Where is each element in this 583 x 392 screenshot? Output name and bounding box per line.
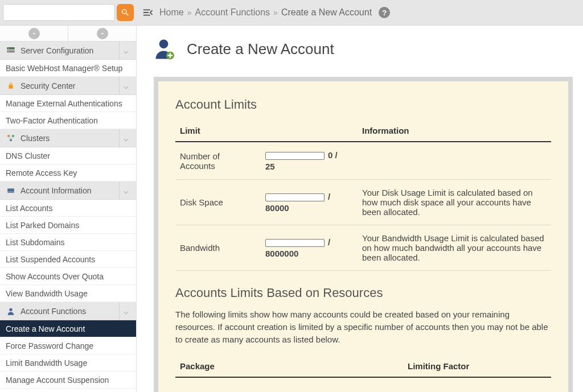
search-icon [121,8,130,17]
account-limits-table: Limit Information Number of Accounts 0 /… [175,120,551,271]
svg-point-9 [9,308,12,311]
search-button[interactable] [117,4,134,21]
nav-item-two-factor-auth[interactable]: Two-Factor Authentication [0,112,136,129]
nav-item-bandwidth-usage[interactable]: View Bandwidth Usage [0,285,136,302]
nav-group-clusters[interactable]: Clusters ⌵ [0,129,136,147]
limit-label: Number of Accounts [175,142,261,180]
bandwidth-max: 8000000 [265,249,353,258]
nav-item-over-quota[interactable]: Show Accounts Over Quota [0,268,136,285]
sidebar-scroll-controls [0,26,136,42]
content-panel: Account Limits Limit Information Number … [154,77,573,392]
sidebar-scroll-up[interactable] [0,26,68,41]
breadcrumb-separator: » [187,8,192,17]
svg-rect-1 [7,50,14,52]
account-limits-title: Account Limits [175,97,551,112]
disk-usage: / [328,192,330,201]
nav-item-list-subdomains[interactable]: List Subdomains [0,234,136,251]
breadcrumb-current: Create a New Account [281,7,372,18]
nav-item-manage-external-auth[interactable]: Manage External Authentications [0,95,136,112]
resources-table: Package Limiting Factor [175,356,551,378]
nav-group-account-information[interactable]: Account Information ⌵ [0,181,136,200]
limit-row-disk: Disk Space / 80000 Your Disk Usage Limit… [175,180,551,225]
server-icon [6,46,16,56]
accounts-usage: 0 / [328,150,338,160]
page-header: Create a New Account [154,37,573,61]
accounts-max: 25 [265,162,353,171]
col-limit: Limit [175,120,261,142]
breadcrumb: Home » Account Functions » Create a New … [159,7,390,18]
page-title: Create a New Account [187,40,334,58]
chevron-down-icon: ⌵ [119,42,132,59]
limit-row-bandwidth: Bandwidth / 8000000 Your Bandwidth Usage… [175,225,551,271]
chevron-down-icon: ⌵ [119,302,132,320]
nav-group-server-configuration[interactable]: Server Configuration ⌵ [0,42,136,60]
topbar: Home » Account Functions » Create a New … [0,0,583,26]
main-content: Create a New Account Account Limits Limi… [137,26,583,392]
create-account-icon [154,37,178,61]
nav-group-security-center[interactable]: Security Center ⌵ [0,77,136,95]
search-container [0,0,137,26]
svg-rect-0 [7,47,14,49]
svg-point-3 [8,51,9,51]
limit-label: Bandwidth [175,225,261,271]
cluster-icon [6,133,16,143]
chevron-down-icon: ⌵ [119,77,132,94]
chevron-down-icon: ⌵ [119,129,132,147]
nav-item-list-parked-domains[interactable]: List Parked Domains [0,217,136,234]
nav-item-force-password-change[interactable]: Force Password Change [0,337,136,354]
sidebar-scroll-down[interactable] [68,26,136,41]
lock-icon [6,81,16,91]
nav-item-list-suspended[interactable]: List Suspended Accounts [0,251,136,268]
sidebar-collapse-button[interactable] [137,0,159,26]
accounts-meter [265,152,325,160]
limit-label: Disk Space [175,180,261,225]
limit-info [358,142,551,180]
nav-item-limit-bandwidth[interactable]: Limit Bandwidth Usage [0,354,136,372]
limit-info: Your Disk Usage Limit is calculated base… [358,180,551,225]
user-icon [6,306,16,316]
nav-item-dns-cluster[interactable]: DNS Cluster [0,147,136,164]
bandwidth-usage: / [328,237,330,247]
help-icon[interactable]: ? [379,7,390,18]
nav-group-label: Account Functions [20,307,86,316]
col-package: Package [175,356,403,377]
breadcrumb-home[interactable]: Home [159,7,184,18]
chevron-up-icon [31,30,38,37]
nav-item-list-accounts[interactable]: List Accounts [0,200,136,217]
svg-point-2 [8,48,9,48]
nav-group-label: Security Center [20,81,75,90]
limit-row-accounts: Number of Accounts 0 / 25 [175,142,551,180]
resources-section-description: The following limits show how many accou… [175,308,551,345]
col-limiting-factor: Limiting Factor [403,356,551,377]
nav-group-label: Server Configuration [20,46,93,55]
resources-section-title: Accounts Limits Based on Resources [175,286,551,300]
nav-item-basic-setup[interactable]: Basic WebHost Manager® Setup [0,60,136,77]
disk-meter [265,193,325,201]
breadcrumb-separator: » [273,8,278,17]
nav-item-remote-access-key[interactable]: Remote Access Key [0,164,136,181]
limit-info: Your Bandwidth Usage Limit is calculated… [358,225,551,271]
breadcrumb-section[interactable]: Account Functions [195,7,270,18]
col-information: Information [358,120,551,142]
menu-collapse-icon [142,6,154,19]
chevron-down-icon [99,30,106,37]
chevron-down-icon: ⌵ [119,181,132,199]
search-input[interactable] [3,4,115,21]
nav-item-manage-suspension[interactable]: Manage Account Suspension [0,372,136,389]
nav-group-label: Clusters [20,134,50,143]
nav-group-account-functions[interactable]: Account Functions ⌵ [0,302,136,320]
svg-point-10 [159,39,169,48]
disk-max: 80000 [265,203,353,213]
card-icon [6,185,16,196]
sidebar: Server Configuration ⌵ Basic WebHost Man… [0,26,137,392]
bandwidth-meter [265,239,325,247]
nav-group-label: Account Information [20,186,92,195]
nav-item-create-account[interactable]: Create a New Account [0,320,136,337]
svg-rect-8 [7,189,14,191]
